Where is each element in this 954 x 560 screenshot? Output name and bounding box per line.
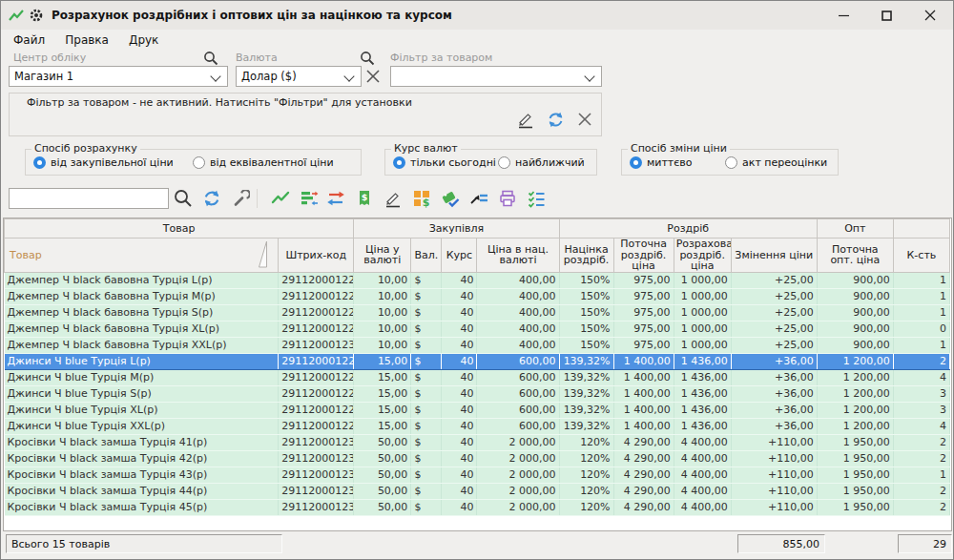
table-cell[interactable]: 400,00 xyxy=(477,288,559,304)
table-cell[interactable]: 1 xyxy=(893,337,949,353)
table-cell[interactable]: 600,00 xyxy=(477,385,559,402)
table-row[interactable]: Джинси Ч blue Турція M(р)291120001222015… xyxy=(5,369,950,385)
table-cell[interactable]: 120% xyxy=(559,434,613,450)
table-cell[interactable]: 40 xyxy=(442,467,477,483)
table-cell[interactable]: 900,00 xyxy=(817,272,893,288)
radio-icon[interactable] xyxy=(725,156,737,169)
table-row[interactable]: Кросівки Ч black замша Турція 42(р)29112… xyxy=(5,450,950,467)
table-cell[interactable]: 40 xyxy=(442,385,477,402)
table-cell[interactable]: 40 xyxy=(442,434,477,450)
table-cell[interactable]: 10,00 xyxy=(354,272,411,288)
table-cell[interactable]: 4 290,00 xyxy=(613,450,674,467)
table-cell[interactable]: $ xyxy=(411,450,442,467)
table-cell[interactable]: 50,00 xyxy=(354,483,411,499)
table-cell[interactable]: Кросівки Ч black замша Турція 43(р) xyxy=(5,467,279,483)
table-cell[interactable]: 120% xyxy=(559,499,613,515)
column-header-barcode[interactable]: Штрих-код xyxy=(279,239,354,273)
table-cell[interactable]: $ xyxy=(411,434,442,450)
table-cell[interactable]: 1 950,00 xyxy=(817,483,893,499)
table-cell[interactable]: 1 436,00 xyxy=(674,418,731,434)
checklist-icon[interactable] xyxy=(524,187,549,210)
table-cell[interactable]: 50,00 xyxy=(354,467,411,483)
radio-today-only[interactable]: тільки сьогодні xyxy=(393,156,496,169)
table-cell[interactable]: 3 xyxy=(893,385,949,402)
table-cell[interactable]: 120% xyxy=(559,450,613,467)
table-cell[interactable]: 400,00 xyxy=(477,304,559,321)
table-cell[interactable]: $ xyxy=(411,272,442,288)
table-cell[interactable]: 1 950,00 xyxy=(817,434,893,450)
clear-currency-button[interactable] xyxy=(364,68,384,87)
table-cell[interactable]: 1 400,00 xyxy=(613,369,674,385)
search-icon[interactable] xyxy=(171,187,196,210)
table-cell[interactable]: 40 xyxy=(442,483,477,499)
table-cell[interactable]: 900,00 xyxy=(817,288,893,304)
menu-edit[interactable]: Правка xyxy=(57,31,116,49)
table-cell[interactable]: +25,00 xyxy=(731,272,817,288)
column-header-quantity[interactable]: К-сть xyxy=(893,239,949,273)
table-cell[interactable]: 1 200,00 xyxy=(817,385,893,402)
column-header-calculated-retail-price[interactable]: Розрахована роздріб. ціна xyxy=(674,239,731,273)
table-cell[interactable]: 15,00 xyxy=(354,353,411,369)
table-cell[interactable]: $ xyxy=(411,483,442,499)
table-cell[interactable]: 4 400,00 xyxy=(674,467,731,483)
table-cell[interactable]: 2911200012251 xyxy=(279,418,354,434)
table-cell[interactable]: 2911200012237 xyxy=(279,385,354,402)
table-cell[interactable]: 10,00 xyxy=(354,304,411,321)
table-cell[interactable]: 2 000,00 xyxy=(477,434,559,450)
table-cell[interactable]: 15,00 xyxy=(354,418,411,434)
table-row[interactable]: Кросівки Ч black замша Турція 43(р)29112… xyxy=(5,467,950,483)
radio-instant[interactable]: миттєво xyxy=(630,156,693,169)
table-cell[interactable]: 2911200012268 xyxy=(279,272,354,288)
clear-icon[interactable] xyxy=(576,111,593,132)
column-header-product[interactable]: Товар xyxy=(5,239,279,273)
table-cell[interactable]: Джинси Ч blue Турція XL(р) xyxy=(5,402,279,418)
table-cell[interactable]: 4 290,00 xyxy=(613,483,674,499)
table-cell[interactable]: 139,32% xyxy=(559,353,613,369)
column-header-current-wholesale-price[interactable]: Поточна опт. ціна xyxy=(817,239,893,273)
dollar-receipt-icon[interactable]: $ xyxy=(352,187,377,210)
table-cell[interactable]: 120% xyxy=(559,483,613,499)
column-header-current-retail-price[interactable]: Поточна роздріб. ціна xyxy=(613,239,674,273)
table-cell[interactable]: 40 xyxy=(442,337,477,353)
table-cell[interactable]: 2911200012282 xyxy=(279,304,354,321)
table-cell[interactable]: $ xyxy=(411,499,442,515)
table-cell[interactable]: 2911200012213 xyxy=(279,353,354,369)
group-header-retail[interactable]: Роздріб xyxy=(559,219,817,239)
table-row[interactable]: Джемпер Ч black бавовна Турція M(р)29112… xyxy=(5,288,950,304)
table-cell[interactable]: 2 000,00 xyxy=(477,499,559,515)
table-cell[interactable]: 4 xyxy=(893,369,949,385)
table-cell[interactable]: $ xyxy=(411,402,442,418)
table-cell[interactable]: 600,00 xyxy=(477,353,559,369)
table-cell[interactable]: Джемпер Ч black бавовна Турція L(р) xyxy=(5,272,279,288)
table-cell[interactable]: 2 xyxy=(893,483,949,499)
radio-icon[interactable] xyxy=(393,156,405,169)
table-cell[interactable]: 2911200012275 xyxy=(279,288,354,304)
radio-from-purchase-price[interactable]: від закупівельної ціни xyxy=(33,156,174,169)
table-cell[interactable]: Джинси Ч blue Турція L(р) xyxy=(5,353,279,369)
edit-pencil-icon[interactable] xyxy=(516,110,535,133)
table-cell[interactable]: 10,00 xyxy=(354,321,411,337)
table-cell[interactable]: Джемпер Ч black бавовна Турція XL(р) xyxy=(5,321,279,337)
table-cell[interactable]: +36,00 xyxy=(731,353,817,369)
table-cell[interactable]: 2 xyxy=(893,450,949,467)
table-cell[interactable]: 50,00 xyxy=(354,499,411,515)
menu-print[interactable]: Друк xyxy=(121,31,166,49)
table-cell[interactable]: 1 400,00 xyxy=(613,418,674,434)
group-header-product[interactable]: Товар xyxy=(5,219,354,239)
table-cell[interactable]: 3 xyxy=(893,402,949,418)
table-cell[interactable]: 139,32% xyxy=(559,385,613,402)
table-cell[interactable]: +110,00 xyxy=(731,434,817,450)
table-row[interactable]: Джемпер Ч black бавовна Турція XXL(р)291… xyxy=(5,337,950,353)
edit-pencil-icon[interactable] xyxy=(381,187,405,210)
table-cell[interactable]: 1 200,00 xyxy=(817,418,893,434)
table-cell[interactable]: 400,00 xyxy=(477,337,559,353)
wrench-icon[interactable] xyxy=(228,187,253,210)
table-cell[interactable]: 0 xyxy=(893,321,949,337)
table-cell[interactable]: 2911200012350 xyxy=(279,499,354,515)
table-cell[interactable]: 50,00 xyxy=(354,434,411,450)
table-cell[interactable]: 40 xyxy=(442,304,477,321)
table-cell[interactable]: 139,32% xyxy=(559,369,613,385)
search-input[interactable] xyxy=(9,188,169,209)
table-cell[interactable]: 2 000,00 xyxy=(477,450,559,467)
table-cell[interactable]: 40 xyxy=(442,450,477,467)
